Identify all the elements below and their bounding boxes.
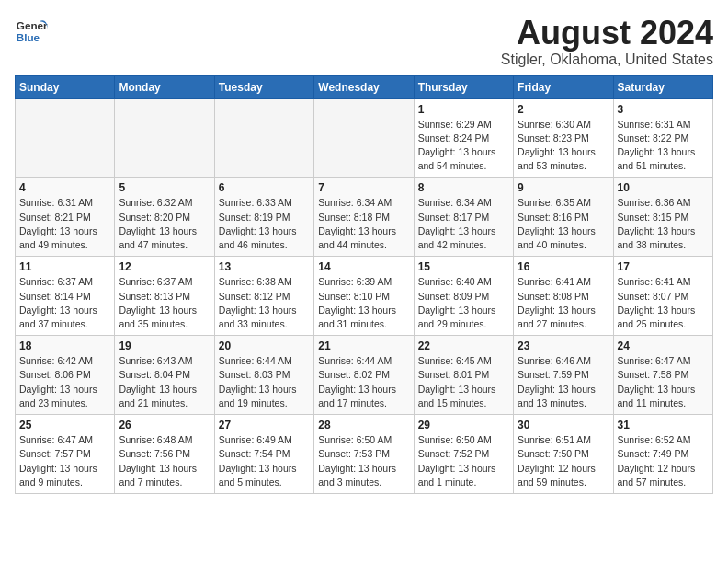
day-info: Sunrise: 6:41 AMSunset: 8:08 PMDaylight:… [518,275,609,331]
calendar-cell: 24Sunrise: 6:47 AMSunset: 7:58 PMDayligh… [613,336,712,415]
day-number: 27 [219,419,310,431]
day-number: 5 [119,181,210,194]
day-info: Sunrise: 6:29 AMSunset: 8:24 PMDaylight:… [418,118,509,174]
day-number: 18 [19,339,110,352]
calendar-week-row: 25Sunrise: 6:47 AMSunset: 7:57 PMDayligh… [16,415,713,494]
svg-text:Blue: Blue [17,31,40,43]
calendar-cell: 19Sunrise: 6:43 AMSunset: 8:04 PMDayligh… [115,336,214,415]
day-number: 16 [518,260,609,273]
day-number: 4 [19,181,110,194]
calendar-week-row: 11Sunrise: 6:37 AMSunset: 8:14 PMDayligh… [16,257,713,336]
day-number: 30 [518,419,609,431]
calendar-cell [214,98,313,178]
day-number: 22 [418,339,509,352]
calendar-cell: 10Sunrise: 6:36 AMSunset: 8:15 PMDayligh… [613,178,712,257]
calendar-cell: 27Sunrise: 6:49 AMSunset: 7:54 PMDayligh… [214,415,313,494]
day-number: 2 [518,103,609,116]
calendar-cell [16,98,115,178]
calendar-cell: 7Sunrise: 6:34 AMSunset: 8:18 PMDaylight… [314,178,414,257]
day-number: 1 [418,103,509,116]
day-info: Sunrise: 6:38 AMSunset: 8:12 PMDaylight:… [219,275,310,331]
day-info: Sunrise: 6:48 AMSunset: 7:56 PMDaylight:… [119,433,210,489]
day-info: Sunrise: 6:33 AMSunset: 8:19 PMDaylight:… [219,196,310,252]
day-info: Sunrise: 6:34 AMSunset: 8:18 PMDaylight:… [318,196,409,252]
logo-icon: General Blue [15,15,48,48]
day-info: Sunrise: 6:51 AMSunset: 7:50 PMDaylight:… [518,433,609,489]
calendar-cell: 29Sunrise: 6:50 AMSunset: 7:52 PMDayligh… [414,415,513,494]
calendar-cell: 22Sunrise: 6:45 AMSunset: 8:01 PMDayligh… [414,336,513,415]
calendar-cell: 2Sunrise: 6:30 AMSunset: 8:23 PMDaylight… [514,98,613,178]
calendar-cell: 11Sunrise: 6:37 AMSunset: 8:14 PMDayligh… [16,257,115,336]
day-info: Sunrise: 6:36 AMSunset: 8:15 PMDaylight:… [618,196,709,252]
day-info: Sunrise: 6:52 AMSunset: 7:49 PMDaylight:… [618,433,709,489]
calendar-cell: 30Sunrise: 6:51 AMSunset: 7:50 PMDayligh… [514,415,613,494]
day-number: 20 [219,339,310,352]
day-number: 3 [618,103,709,116]
calendar-week-row: 4Sunrise: 6:31 AMSunset: 8:21 PMDaylight… [16,178,713,257]
day-number: 7 [318,181,409,194]
day-number: 29 [418,419,509,431]
day-number: 9 [518,181,609,194]
calendar-cell: 16Sunrise: 6:41 AMSunset: 8:08 PMDayligh… [514,257,613,336]
day-number: 25 [19,419,110,431]
day-info: Sunrise: 6:34 AMSunset: 8:17 PMDaylight:… [418,196,509,252]
day-info: Sunrise: 6:50 AMSunset: 7:52 PMDaylight:… [418,433,509,489]
day-info: Sunrise: 6:41 AMSunset: 8:07 PMDaylight:… [618,275,709,331]
day-info: Sunrise: 6:35 AMSunset: 8:16 PMDaylight:… [518,196,609,252]
calendar-cell: 8Sunrise: 6:34 AMSunset: 8:17 PMDaylight… [414,178,513,257]
page-subtitle: Stigler, Oklahoma, United States [501,52,713,68]
calendar-cell: 31Sunrise: 6:52 AMSunset: 7:49 PMDayligh… [613,415,712,494]
day-info: Sunrise: 6:39 AMSunset: 8:10 PMDaylight:… [318,275,409,331]
weekday-header: Thursday [414,75,513,98]
calendar-week-row: 18Sunrise: 6:42 AMSunset: 8:06 PMDayligh… [16,336,713,415]
day-number: 26 [119,419,210,431]
day-number: 6 [219,181,310,194]
calendar-cell [314,98,414,178]
day-info: Sunrise: 6:45 AMSunset: 8:01 PMDaylight:… [418,354,509,410]
calendar-cell: 14Sunrise: 6:39 AMSunset: 8:10 PMDayligh… [314,257,414,336]
day-info: Sunrise: 6:31 AMSunset: 8:22 PMDaylight:… [618,118,709,174]
day-info: Sunrise: 6:30 AMSunset: 8:23 PMDaylight:… [518,118,609,174]
calendar-cell: 5Sunrise: 6:32 AMSunset: 8:20 PMDaylight… [115,178,214,257]
calendar-cell: 13Sunrise: 6:38 AMSunset: 8:12 PMDayligh… [214,257,313,336]
day-number: 23 [518,339,609,352]
calendar-cell: 28Sunrise: 6:50 AMSunset: 7:53 PMDayligh… [314,415,414,494]
weekday-header: Sunday [16,75,115,98]
weekday-header: Friday [514,75,613,98]
day-info: Sunrise: 6:50 AMSunset: 7:53 PMDaylight:… [318,433,409,489]
day-info: Sunrise: 6:44 AMSunset: 8:03 PMDaylight:… [219,354,310,410]
day-info: Sunrise: 6:43 AMSunset: 8:04 PMDaylight:… [119,354,210,410]
calendar-cell: 3Sunrise: 6:31 AMSunset: 8:22 PMDaylight… [613,98,712,178]
day-number: 21 [318,339,409,352]
logo: General Blue [15,15,48,48]
calendar-cell: 18Sunrise: 6:42 AMSunset: 8:06 PMDayligh… [16,336,115,415]
calendar-cell: 26Sunrise: 6:48 AMSunset: 7:56 PMDayligh… [115,415,214,494]
title-block: August 2024 Stigler, Oklahoma, United St… [501,15,713,68]
day-number: 31 [618,419,709,431]
day-number: 12 [119,260,210,273]
day-number: 19 [119,339,210,352]
calendar-cell: 9Sunrise: 6:35 AMSunset: 8:16 PMDaylight… [514,178,613,257]
calendar-cell: 4Sunrise: 6:31 AMSunset: 8:21 PMDaylight… [16,178,115,257]
calendar-cell: 25Sunrise: 6:47 AMSunset: 7:57 PMDayligh… [16,415,115,494]
day-number: 17 [618,260,709,273]
day-info: Sunrise: 6:47 AMSunset: 7:58 PMDaylight:… [618,354,709,410]
calendar-cell: 23Sunrise: 6:46 AMSunset: 7:59 PMDayligh… [514,336,613,415]
day-number: 10 [618,181,709,194]
day-number: 13 [219,260,310,273]
day-number: 24 [618,339,709,352]
calendar-cell: 15Sunrise: 6:40 AMSunset: 8:09 PMDayligh… [414,257,513,336]
day-info: Sunrise: 6:31 AMSunset: 8:21 PMDaylight:… [19,196,110,252]
calendar-cell: 20Sunrise: 6:44 AMSunset: 8:03 PMDayligh… [214,336,313,415]
day-info: Sunrise: 6:49 AMSunset: 7:54 PMDaylight:… [219,433,310,489]
day-number: 14 [318,260,409,273]
day-info: Sunrise: 6:46 AMSunset: 7:59 PMDaylight:… [518,354,609,410]
day-info: Sunrise: 6:47 AMSunset: 7:57 PMDaylight:… [19,433,110,489]
page-header: General Blue August 2024 Stigler, Oklaho… [15,15,713,68]
page-title: August 2024 [501,15,713,52]
day-number: 28 [318,419,409,431]
day-number: 11 [19,260,110,273]
day-number: 8 [418,181,509,194]
day-number: 15 [418,260,509,273]
weekday-header: Saturday [613,75,712,98]
